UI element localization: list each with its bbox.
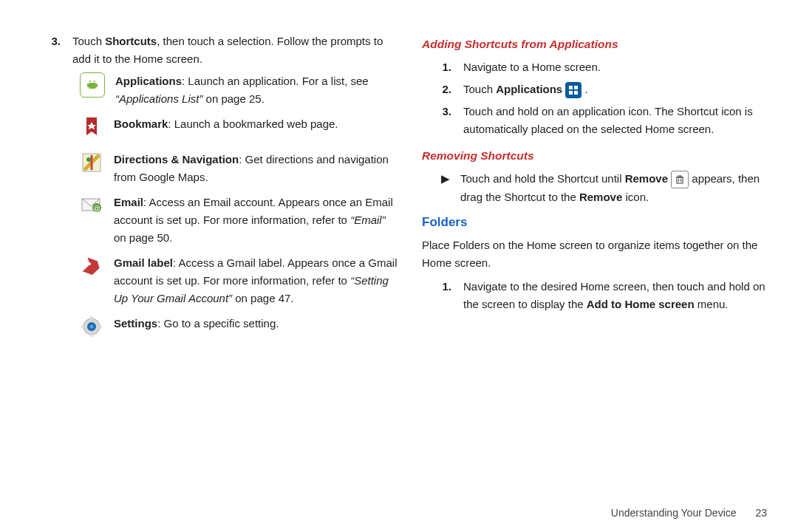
settings-txt: : Go to a specific setting. — [157, 317, 279, 330]
folders-intro: Place Folders on the Home screen to orga… — [422, 236, 771, 272]
add-step2-text: Touch Applications . — [463, 81, 588, 98]
svg-rect-3 — [87, 83, 89, 87]
step-num: 1. — [441, 58, 451, 76]
folders-step-1: 1. Navigate to the desired Home screen, … — [441, 278, 771, 313]
bookmark-icon — [80, 115, 103, 139]
applications-item: Applications: Launch an application. For… — [80, 72, 400, 108]
email-item: @ Email: Access an Email account. Appear… — [80, 194, 400, 247]
step-3-row: 3. Touch Shortcuts, then touch a selecti… — [50, 33, 400, 68]
shortcuts-bold: Shortcuts — [105, 35, 157, 47]
settings-item: Settings: Go to a specific setting. — [80, 315, 400, 338]
maps-icon — [80, 151, 103, 174]
svg-rect-19 — [574, 86, 578, 89]
rem-a: Touch and hold the Shortcut until — [460, 172, 625, 185]
bookmark-text: Bookmark: Launch a bookmarked web page. — [114, 115, 338, 133]
svg-point-13 — [90, 325, 94, 329]
gmail-item: Gmail label: Access a Gmail label. Appea… — [80, 254, 400, 307]
email-text: Email: Access an Email account. Appears … — [114, 194, 400, 247]
add-step-3: 3. Touch and hold on an application icon… — [441, 103, 771, 138]
bookmark-bold: Bookmark — [114, 117, 168, 130]
email-bold: Email — [114, 196, 143, 208]
svg-rect-22 — [677, 177, 683, 183]
f1b: menu. — [695, 298, 729, 310]
svg-rect-4 — [96, 83, 98, 87]
svg-rect-15 — [91, 334, 93, 337]
dir-bold: Directions & Navigation — [114, 153, 239, 166]
rem-bold2: Remove — [579, 191, 622, 203]
directions-item: Directions & Navigation: Get directions … — [80, 151, 400, 186]
svg-point-6 — [86, 157, 91, 162]
apps-bold: Applications — [115, 75, 182, 87]
s2b: . — [582, 83, 587, 95]
page-footer: Understanding Your Device 23 — [611, 507, 767, 519]
step-3-text: Touch Shortcuts, then touch a selection.… — [72, 33, 400, 68]
heading-folders: Folders — [422, 212, 771, 232]
svg-point-0 — [89, 81, 91, 82]
gmail-text: Gmail label: Access a Gmail label. Appea… — [114, 254, 400, 307]
step-num: 3. — [441, 103, 451, 138]
gmail-bold: Gmail label — [114, 256, 173, 269]
directions-text: Directions & Navigation: Get directions … — [114, 151, 400, 186]
apps-page: on page 25. — [202, 92, 264, 105]
footer-label: Understanding Your Device — [611, 507, 737, 519]
settings-bold: Settings — [114, 317, 157, 330]
email-page: on page 50. — [114, 231, 172, 244]
applications-text: Applications: Launch an application. For… — [115, 72, 400, 108]
gmail-page: on page 47. — [235, 292, 293, 304]
page-number: 23 — [755, 507, 767, 519]
rem-bold1: Remove — [625, 172, 668, 185]
email-icon: @ — [80, 194, 103, 217]
apps-txt: : Launch an application. For a list, see — [182, 75, 369, 87]
folders-step1-text: Navigate to the desired Home screen, the… — [463, 278, 771, 313]
right-column: Adding Shortcuts from Applications 1. Na… — [422, 33, 771, 517]
step-num: 2. — [441, 81, 451, 98]
svg-point-1 — [94, 81, 95, 82]
email-ref: “Email” — [350, 214, 386, 226]
svg-rect-16 — [81, 326, 84, 328]
svg-rect-20 — [569, 91, 573, 95]
add-step-1: 1. Navigate to a Home screen. — [441, 58, 771, 76]
step-num: 1. — [441, 278, 451, 313]
rem-c: icon. — [622, 191, 649, 203]
remove-text: Touch and hold the Shortcut until Remove… — [460, 170, 771, 206]
svg-rect-21 — [574, 91, 578, 95]
add-step1-text: Navigate to a Home screen. — [463, 58, 601, 76]
svg-rect-17 — [99, 326, 102, 328]
apps-ref: “Applications List” — [115, 92, 202, 105]
settings-text: Settings: Go to a specific setting. — [114, 315, 279, 332]
settings-gear-icon — [80, 315, 103, 338]
applications-grid-icon — [565, 82, 582, 98]
add-step3-text: Touch and hold on an application icon. T… — [463, 103, 771, 138]
svg-point-10 — [88, 262, 91, 265]
heading-removing-shortcuts: Removing Shortcuts — [422, 147, 771, 166]
triangle-bullet-icon: ▶ — [441, 170, 450, 206]
gmail-label-icon — [80, 254, 103, 278]
step-number: 3. — [50, 33, 61, 68]
bookmark-item: Bookmark: Launch a bookmarked web page. — [80, 115, 400, 139]
svg-rect-18 — [569, 86, 573, 89]
svg-text:@: @ — [93, 205, 100, 212]
svg-rect-26 — [678, 176, 681, 177]
remove-bullet: ▶ Touch and hold the Shortcut until Remo… — [441, 170, 771, 206]
trash-icon — [671, 171, 689, 188]
step3-a: Touch — [72, 35, 105, 47]
f1-bold: Add to Home screen — [587, 298, 695, 310]
svg-rect-2 — [89, 83, 96, 89]
page: 3. Touch Shortcuts, then touch a selecti… — [0, 0, 798, 532]
heading-adding-shortcuts: Adding Shortcuts from Applications — [422, 35, 771, 54]
add-step-2: 2. Touch Applications . — [441, 81, 771, 98]
svg-rect-14 — [91, 316, 93, 319]
s2-bold: Applications — [496, 83, 562, 95]
android-icon — [80, 72, 105, 98]
s2a: Touch — [463, 83, 496, 95]
bookmark-txt: : Launch a bookmarked web page. — [168, 117, 338, 130]
left-column: 3. Touch Shortcuts, then touch a selecti… — [50, 33, 400, 517]
